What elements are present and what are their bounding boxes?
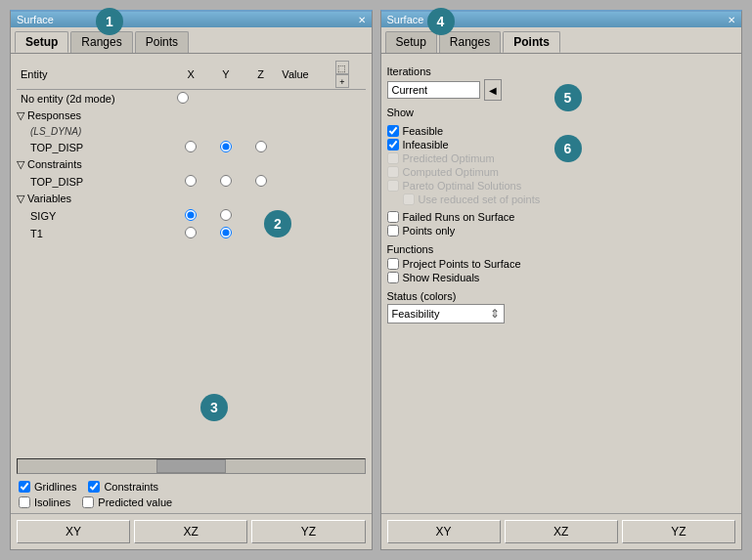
top-disp-response-label: TOP_DISP [17,139,173,156]
feasible-checkbox[interactable] [387,125,399,137]
predicted-optimum-checkbox[interactable] [387,152,399,164]
show-residuals-row: Show Residuals [387,271,736,284]
top-disp-constraint-y[interactable] [220,175,232,187]
col-value-header: Value [278,60,330,90]
btn-xz-left[interactable]: XZ [134,520,247,543]
constraints-checkbox[interactable] [88,481,100,493]
project-points-checkbox[interactable] [387,258,399,270]
sigy-row: SIGY [17,207,366,225]
pareto-optimal-checkbox[interactable] [387,180,399,192]
tab-ranges-right[interactable]: Ranges [439,31,501,53]
pareto-optimal-row: Pareto Optimal Solutions [387,179,736,193]
feasible-label: Feasible [403,125,444,137]
ls-dyna-label: (LS_DYNA) [17,124,366,139]
constraints-checkbox-label: Constraints [104,481,158,493]
predicted-checkbox[interactable] [82,496,94,508]
col-entity-header: Entity [17,60,173,90]
pareto-optimal-label: Pareto Optimal Solutions [403,180,522,192]
top-disp-response-y[interactable] [220,141,232,152]
tab-setup-left[interactable]: Setup [15,31,68,53]
left-panel-title: Surface ✕ [11,12,372,27]
use-reduced-row: Use reduced set of points [387,193,736,206]
t1-y[interactable] [220,227,232,238]
bubble-6: 6 [554,135,582,162]
gridlines-row: Gridlines [19,480,76,494]
bubble-3: 3 [200,394,228,421]
failed-runs-row: Failed Runs on Surface [387,210,736,224]
top-disp-constraint-z[interactable] [255,175,267,187]
no-entity-label: No entity (2d mode) [17,90,173,108]
responses-label: Responses [27,109,81,121]
top-disp-constraint-x[interactable] [185,175,197,187]
bubble-2: 2 [264,210,291,237]
right-panel-buttons: XY XZ YZ [381,513,742,549]
status-colors-arrow: ⇕ [490,307,500,321]
gridlines-checkbox[interactable] [19,481,30,493]
left-panel-content: Entity X Y Z Value ⬚ + No entity (2 [11,54,372,454]
tab-points-right[interactable]: Points [503,31,560,53]
failed-runs-label: Failed Runs on Surface [403,211,515,223]
show-residuals-checkbox[interactable] [387,272,399,283]
top-disp-response-x[interactable] [185,141,197,152]
failed-runs-checkbox[interactable] [387,211,399,223]
bubble-5: 5 [554,84,582,111]
left-panel-close[interactable]: ✕ [358,15,366,25]
predicted-optimum-label: Predicted Optimum [403,152,495,164]
points-only-label: Points only [403,225,456,237]
top-disp-constraint-row: TOP_DISP [17,173,366,191]
btn-xy-right[interactable]: XY [387,520,501,543]
table-icon-add[interactable]: + [335,74,349,88]
sigy-y[interactable] [220,209,232,221]
computed-optimum-label: Computed Optimum [403,166,499,178]
left-panel-buttons: XY XZ YZ [11,513,372,549]
no-entity-radio[interactable] [177,92,189,104]
variables-label: Variables [27,193,71,204]
status-colors-label: Status (colors) [387,290,736,302]
isolines-row: Isolines [19,495,70,509]
use-reduced-label: Use reduced set of points [419,194,541,205]
predicted-row: Predicted value [82,495,172,509]
points-only-checkbox[interactable] [387,225,399,237]
variables-triangle: ▽ [17,193,24,204]
t1-x[interactable] [185,227,197,238]
sigy-x[interactable] [185,209,197,221]
horizontal-scrollbar[interactable] [17,458,366,474]
predicted-label: Predicted value [98,496,172,508]
points-only-row: Points only [387,224,736,237]
variables-section: ▽ Variables [17,191,366,207]
computed-optimum-checkbox[interactable] [387,166,399,178]
sigy-label: SIGY [17,207,173,225]
isolines-checkbox[interactable] [19,496,30,508]
infeasible-checkbox[interactable] [387,139,399,151]
iterations-arrow-btn[interactable]: ◀ [484,79,502,101]
constraints-triangle: ▽ [17,158,24,170]
entity-table: Entity X Y Z Value ⬚ + No entity (2 [17,60,366,242]
top-disp-response-z[interactable] [255,141,267,152]
gridlines-label: Gridlines [34,481,76,493]
tab-ranges-left[interactable]: Ranges [70,31,132,53]
ls-dyna-row: (LS_DYNA) [17,124,366,139]
btn-xy-left[interactable]: XY [17,520,130,543]
iterations-select[interactable]: Current [387,81,480,99]
bubble-4: 4 [427,8,455,35]
use-reduced-checkbox[interactable] [403,194,415,205]
computed-optimum-row: Computed Optimum [387,165,736,179]
col-z-header: Z [243,60,279,90]
responses-triangle: ▽ [17,109,24,121]
table-icon-copy[interactable]: ⬚ [335,61,349,74]
btn-yz-left[interactable]: YZ [251,520,365,543]
functions-label: Functions [387,243,736,255]
isolines-label: Isolines [34,496,70,508]
right-panel-close[interactable]: ✕ [728,15,735,25]
btn-xz-right[interactable]: XZ [505,520,618,543]
bubble-1: 1 [96,8,123,35]
top-disp-response-row: TOP_DISP [17,139,366,156]
tab-points-left[interactable]: Points [135,31,189,53]
col-x-header: X [173,60,208,90]
btn-yz-right[interactable]: YZ [622,520,735,543]
responses-section: ▽ Responses [17,108,366,124]
scrollbar-thumb[interactable] [156,459,226,473]
tab-setup-right[interactable]: Setup [385,31,437,53]
status-colors-select[interactable]: Feasibility ⇕ [387,304,505,323]
col-y-header: Y [208,60,243,90]
